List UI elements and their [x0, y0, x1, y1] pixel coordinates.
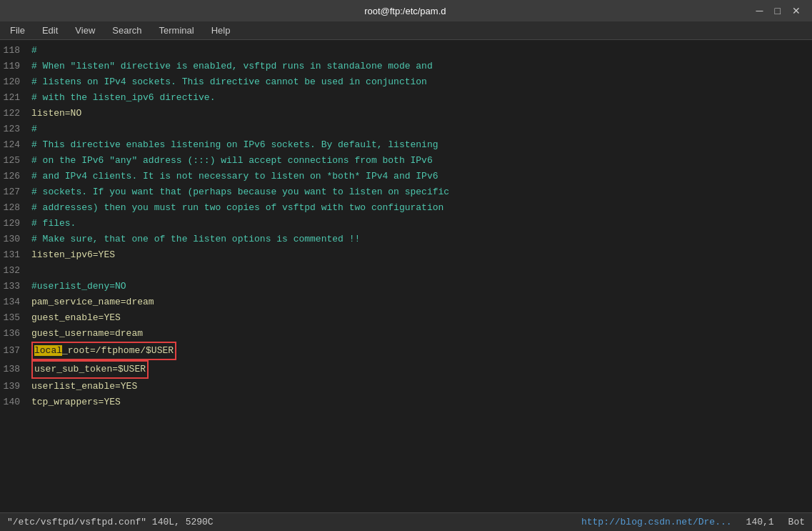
status-file-info: "/etc/vsftpd/vsftpd.conf" 140L, 5290C [7, 517, 214, 527]
editor-line: 118# [0, 43, 812, 59]
line-number: 139 [3, 379, 31, 394]
line-number: 136 [3, 326, 31, 342]
editor-line: 127# sockets. If you want that (perhaps … [0, 184, 812, 200]
editor-line: 133#userlist_deny=NO [0, 279, 812, 294]
window-controls[interactable]: ─ □ ✕ [753, 5, 812, 16]
line-number: 140 [3, 394, 31, 410]
editor-line: 136guest_username=dream [0, 326, 812, 342]
line-content[interactable]: # [31, 43, 809, 59]
line-number: 122 [3, 106, 31, 121]
editor-line: 123# [0, 121, 812, 137]
editor-line: 128# addresses) then you must run two co… [0, 200, 812, 216]
editor-line: 129# files. [0, 216, 812, 232]
line-number: 119 [3, 59, 31, 74]
line-content[interactable]: local_root=/ftphome/$USER [31, 342, 809, 360]
status-align: Bot [788, 517, 805, 527]
line-number: 138 [3, 362, 31, 377]
menu-file[interactable]: File [7, 24, 28, 36]
editor-line: 125# on the IPv6 "any" address (:::) wil… [0, 153, 812, 169]
line-content[interactable]: # sockets. If you want that (perhaps bec… [31, 184, 809, 200]
editor-line: 130# Make sure, that one of the listen o… [0, 232, 812, 247]
editor-line: 138user_sub_token=$USER [0, 360, 812, 379]
status-bar: "/etc/vsftpd/vsftpd.conf" 140L, 5290C ht… [0, 512, 812, 531]
line-content[interactable]: # files. [31, 216, 809, 232]
line-number: 129 [3, 216, 31, 232]
line-number: 123 [3, 121, 31, 137]
menu-search[interactable]: Search [109, 24, 144, 36]
line-number: 130 [3, 232, 31, 247]
line-number: 135 [3, 310, 31, 326]
editor-line: 120# listens on IPv4 sockets. This direc… [0, 74, 812, 90]
window-title: root@ftp:/etc/pam.d [57, 6, 753, 16]
minimize-button[interactable]: ─ [753, 5, 766, 16]
line-number: 131 [3, 247, 31, 263]
line-content[interactable]: pam_service_name=dream [31, 294, 809, 310]
editor-line: 134pam_service_name=dream [0, 294, 812, 310]
line-content[interactable]: # with the listen_ipv6 directive. [31, 90, 809, 106]
line-number: 125 [3, 153, 31, 169]
line-number: 126 [3, 169, 31, 184]
line-number: 133 [3, 279, 31, 294]
status-position: 140,1 [746, 517, 774, 527]
close-button[interactable]: ✕ [789, 5, 803, 16]
editor-line: 124# This directive enables listening on… [0, 137, 812, 153]
editor-line: 119# When "listen" directive is enabled,… [0, 59, 812, 74]
editor-line: 132 [0, 263, 812, 279]
line-number: 124 [3, 137, 31, 153]
line-content[interactable]: guest_username=dream [31, 326, 809, 342]
line-content[interactable]: # listens on IPv4 sockets. This directiv… [31, 74, 809, 90]
editor-line: 139userlist_enable=YES [0, 379, 812, 394]
status-right: http://blog.csdn.net/Dre... 140,1 Bot [581, 517, 805, 527]
editor-line: 122listen=NO [0, 106, 812, 121]
title-bar: root@ftp:/etc/pam.d ─ □ ✕ [0, 0, 812, 21]
line-content[interactable]: # addresses) then you must run two copie… [31, 200, 809, 216]
editor-line: 126# and IPv4 clients. It is not necessa… [0, 169, 812, 184]
line-content[interactable]: # This directive enables listening on IP… [31, 137, 809, 153]
menu-edit[interactable]: Edit [39, 24, 61, 36]
menu-view[interactable]: View [72, 24, 98, 36]
menu-terminal[interactable]: Terminal [156, 24, 197, 36]
line-number: 120 [3, 74, 31, 90]
menu-help[interactable]: Help [209, 24, 234, 36]
line-number: 118 [3, 43, 31, 59]
line-content[interactable]: # [31, 121, 809, 137]
line-number: 137 [3, 343, 31, 359]
editor-line: 140tcp_wrappers=YES [0, 394, 812, 410]
editor-area: 118#119# When "listen" directive is enab… [0, 40, 812, 512]
line-content[interactable]: # When "listen" directive is enabled, vs… [31, 59, 809, 74]
line-number: 132 [3, 263, 31, 279]
line-number: 134 [3, 294, 31, 310]
line-content[interactable]: user_sub_token=$USER [31, 360, 809, 379]
editor-line: 131listen_ipv6=YES [0, 247, 812, 263]
line-content[interactable]: guest_enable=YES [31, 310, 809, 326]
editor-line: 135guest_enable=YES [0, 310, 812, 326]
maximize-button[interactable]: □ [772, 5, 783, 16]
editor-line: 121# with the listen_ipv6 directive. [0, 90, 812, 106]
line-content[interactable]: tcp_wrappers=YES [31, 394, 809, 410]
editor-line: 137local_root=/ftphome/$USER [0, 342, 812, 360]
line-number: 128 [3, 200, 31, 216]
line-number: 121 [3, 90, 31, 106]
line-content[interactable]: # Make sure, that one of the listen opti… [31, 232, 809, 247]
line-content[interactable]: #userlist_deny=NO [31, 279, 809, 294]
line-content[interactable]: listen=NO [31, 106, 809, 121]
line-content[interactable]: # on the IPv6 "any" address (:::) will a… [31, 153, 809, 169]
line-number: 127 [3, 184, 31, 200]
menu-bar: File Edit View Search Terminal Help [0, 21, 812, 40]
line-content[interactable]: # and IPv4 clients. It is not necessary … [31, 169, 809, 184]
line-content[interactable]: listen_ipv6=YES [31, 247, 809, 263]
status-link: http://blog.csdn.net/Dre... [581, 517, 732, 527]
line-content[interactable]: userlist_enable=YES [31, 379, 809, 394]
